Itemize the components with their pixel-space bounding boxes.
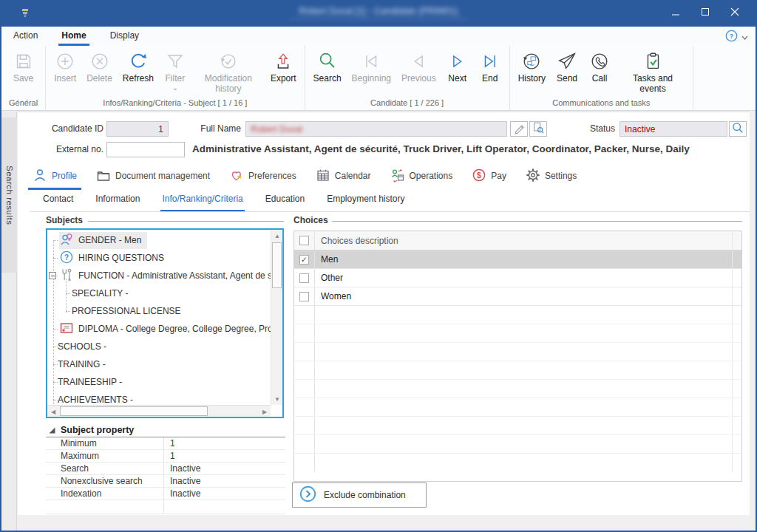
property-row-minimum[interactable]: Minimum 1: [46, 437, 285, 450]
status-field[interactable]: Inactive: [619, 121, 727, 137]
refresh-button[interactable]: Refresh: [118, 47, 159, 84]
tree-item-speciality[interactable]: SPECIALITY -: [47, 284, 271, 302]
tree-item-gender[interactable]: GENDER - Men: [47, 231, 271, 249]
delete-button[interactable]: Delete: [81, 47, 118, 84]
ribbon-group-communications: History Send Call Tasks and events Commu…: [510, 46, 693, 110]
insert-icon: [54, 50, 76, 72]
scroll-left-icon[interactable]: ◀: [47, 406, 59, 417]
subjects-tree[interactable]: GENDER - Men ? HIRING QUESTIONS FUNCTION…: [46, 228, 284, 418]
search-icon: [316, 50, 339, 72]
chevron-down-icon[interactable]: [741, 32, 748, 42]
external-no-label: External no.: [33, 142, 103, 157]
scroll-thumb[interactable]: [60, 406, 208, 416]
select-all-checkbox[interactable]: [299, 236, 309, 245]
subject-property-header[interactable]: Subject property: [46, 423, 285, 437]
tree-item-function[interactable]: FUNCTION - Administrative Assistant, Age…: [47, 267, 271, 284]
next-button[interactable]: Next: [441, 47, 474, 84]
subjects-caption-rule: [88, 221, 284, 222]
tree-item-hiring-questions[interactable]: ? HIRING QUESTIONS: [47, 249, 271, 267]
send-button[interactable]: Send: [551, 47, 583, 84]
subtab-education[interactable]: Education: [265, 194, 305, 208]
search-results-tab[interactable]: Search results: [1, 117, 17, 273]
candidate-id-field[interactable]: 1: [106, 121, 169, 137]
tree-item-achievements[interactable]: ACHIEVEMENTS -: [47, 391, 271, 405]
tree-vertical-scrollbar[interactable]: ▲ ▼: [271, 230, 282, 405]
other-checkbox[interactable]: [299, 273, 309, 283]
choice-row-men[interactable]: ✓ Men: [294, 250, 741, 269]
choices-header-row[interactable]: Choices description: [294, 231, 741, 250]
menu-action[interactable]: Action: [1, 27, 50, 46]
collapse-triangle-icon: [49, 426, 55, 436]
previous-button[interactable]: Previous: [396, 47, 441, 84]
exclude-combination-button[interactable]: Exclude combination: [292, 482, 427, 508]
end-button[interactable]: End: [474, 47, 506, 84]
tasks-events-button[interactable]: Tasks and events: [616, 47, 690, 95]
subtab-employment-history[interactable]: Employment history: [327, 194, 404, 208]
collapse-expander-icon[interactable]: [49, 272, 56, 279]
subtab-info-ranking-criteria[interactable]: Info/Ranking/Criteria: [162, 194, 242, 208]
scroll-thumb[interactable]: [272, 242, 282, 288]
property-row-indexation[interactable]: Indexation Inactive: [46, 488, 285, 500]
women-checkbox[interactable]: [299, 292, 309, 301]
tab-operations[interactable]: Operations: [390, 168, 453, 185]
maximize-button[interactable]: [690, 0, 720, 24]
tab-document-management[interactable]: Document management: [96, 168, 210, 185]
filter-dropdown-icon[interactable]: ⌄: [172, 86, 178, 92]
delete-icon: [89, 50, 111, 72]
ribbon-group-label: Général: [4, 97, 42, 110]
scroll-up-icon[interactable]: ▲: [271, 230, 283, 242]
close-button[interactable]: [720, 0, 750, 24]
question-icon: ?: [59, 250, 74, 267]
previous-icon: [407, 50, 430, 72]
full-name-field[interactable]: Robert Duval: [245, 121, 507, 137]
insert-button[interactable]: Insert: [49, 47, 81, 84]
external-no-field[interactable]: [106, 142, 185, 157]
app-window: Robert Duval [1] - Candidate (PRIM01) Ac…: [0, 0, 757, 532]
property-row-search[interactable]: Search Inactive: [46, 463, 285, 475]
call-button[interactable]: Call: [583, 47, 616, 84]
men-checkbox-checked[interactable]: ✓: [299, 255, 309, 265]
full-name-label: Full Name: [200, 121, 241, 137]
edit-name-button[interactable]: [510, 121, 528, 137]
choice-row-women[interactable]: Women: [294, 287, 741, 306]
beginning-button[interactable]: Beginning: [347, 47, 396, 84]
export-button[interactable]: Export: [265, 47, 302, 84]
tab-settings[interactable]: Settings: [526, 168, 577, 185]
tree-item-professional-license[interactable]: PROFESSIONAL LICENSE: [47, 302, 271, 320]
app-icon[interactable]: [21, 8, 30, 18]
save-button[interactable]: Save: [7, 47, 40, 84]
property-row-nonexclusive-search[interactable]: Nonexclusive search Inactive: [46, 475, 285, 488]
minimize-button[interactable]: [661, 0, 690, 24]
property-row-maximum[interactable]: Maximum 1: [46, 450, 285, 463]
menu-home[interactable]: Home: [50, 27, 98, 46]
history-button[interactable]: History: [513, 47, 551, 84]
choice-row-other[interactable]: Other: [294, 269, 741, 287]
scroll-down-icon[interactable]: ▼: [271, 393, 283, 405]
tab-preferences[interactable]: Preferences: [229, 168, 296, 185]
tree-horizontal-scrollbar[interactable]: ◀ ▶: [47, 405, 271, 417]
tree-item-traineeship[interactable]: TRAINEESHIP -: [47, 373, 271, 391]
search-button[interactable]: Search: [308, 47, 347, 84]
modification-history-button[interactable]: Modification history: [191, 47, 265, 95]
send-icon: [556, 50, 578, 72]
svg-text:?: ?: [64, 252, 69, 261]
status-search-button[interactable]: [729, 121, 747, 137]
menu-display[interactable]: Display: [98, 27, 151, 46]
tree-item-training[interactable]: TRAINING -: [47, 355, 271, 373]
svg-text:?: ?: [730, 32, 734, 40]
tools-icon: [59, 267, 74, 284]
tab-calendar[interactable]: Calendar: [316, 168, 371, 185]
help-icon[interactable]: ?: [725, 30, 738, 44]
subtab-contact[interactable]: Contact: [43, 194, 73, 208]
tab-pay[interactable]: $ Pay: [472, 168, 506, 185]
status-label: Status: [577, 121, 615, 137]
tree-item-schools[interactable]: SCHOOLS -: [47, 338, 271, 355]
scroll-right-icon[interactable]: ▶: [259, 406, 271, 417]
tree-item-diploma[interactable]: DIPLOMA - College Degree, College Degree…: [47, 320, 271, 338]
phone-icon: [588, 50, 611, 72]
filter-button[interactable]: Filter ⌄: [159, 47, 191, 92]
preview-name-button[interactable]: [529, 121, 547, 137]
document-search-icon: [532, 121, 545, 137]
subtab-information[interactable]: Information: [95, 194, 140, 208]
tab-profile[interactable]: Profile: [33, 168, 77, 185]
